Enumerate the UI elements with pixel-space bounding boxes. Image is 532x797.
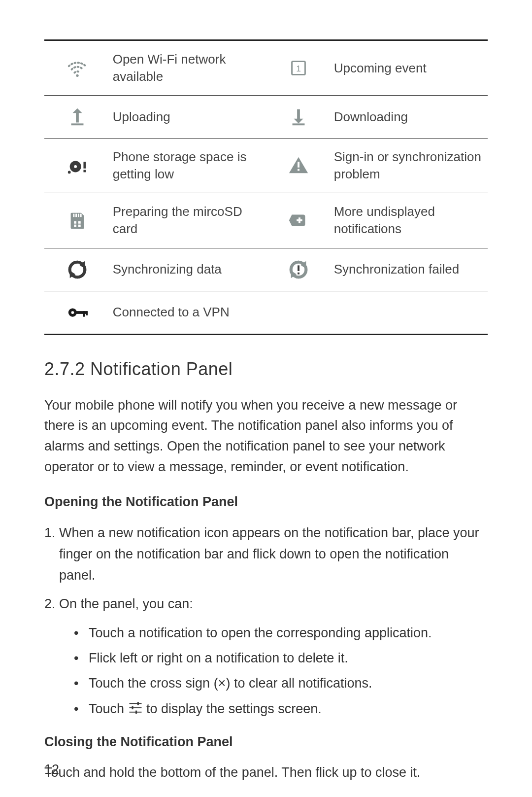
list-item: When a new notification icon appears on … xyxy=(59,522,488,587)
document-page: Open Wi-Fi network available Upcoming ev… xyxy=(0,0,532,797)
list-item-text: Touch xyxy=(89,701,128,716)
icon-label: More undisplayed notifications xyxy=(332,193,488,248)
icon-cell xyxy=(266,40,332,96)
upload-icon xyxy=(66,105,89,128)
icon-label: Connected to a VPN xyxy=(111,291,266,334)
calendar-one-icon xyxy=(287,57,310,79)
list-item: Touch a notification to open the corresp… xyxy=(89,621,488,646)
list-item: Flick left or right on a notification to… xyxy=(89,646,488,671)
table-row: Connected to a VPN xyxy=(44,291,488,334)
icon-label: Open Wi-Fi network available xyxy=(111,40,266,96)
table-row: Synchronizing data Synchronization faile… xyxy=(44,248,488,291)
icon-label: Synchronizing data xyxy=(111,248,266,291)
warning-icon xyxy=(287,154,310,177)
list-item: Touch the cross sign (×) to clear all no… xyxy=(89,671,488,696)
closing-subheading: Closing the Notification Panel xyxy=(44,734,488,750)
icon-label: Downloading xyxy=(332,96,488,139)
icon-label: Sign-in or synchronization problem xyxy=(332,139,488,193)
sync-fail-icon xyxy=(287,258,310,281)
icon-label: Uploading xyxy=(111,96,266,139)
icon-label: Preparing the mircoSD card xyxy=(111,193,266,248)
table-row: Uploading Downloading xyxy=(44,96,488,139)
table-row: Open Wi-Fi network available Upcoming ev… xyxy=(44,40,488,96)
icon-label: Upcoming event xyxy=(332,40,488,96)
icon-legend-table: Open Wi-Fi network available Upcoming ev… xyxy=(44,39,488,335)
disk-low-icon xyxy=(66,154,89,177)
list-item-text: On the panel, you can: xyxy=(59,596,193,611)
steps-list: When a new notification icon appears on … xyxy=(44,522,488,722)
settings-sliders-icon xyxy=(128,700,143,715)
section-heading: 2.7.2 Notification Panel xyxy=(44,359,488,380)
closing-paragraph: Touch and hold the bottom of the panel. … xyxy=(44,762,488,783)
list-item: On the panel, you can: Touch a notificat… xyxy=(59,593,488,722)
wifi-open-icon xyxy=(66,57,89,79)
icon-label: Synchronization failed xyxy=(332,248,488,291)
bullet-list: Touch a notification to open the corresp… xyxy=(59,621,488,722)
more-tag-icon xyxy=(287,209,310,232)
list-item: Touch to display the settings screen. xyxy=(89,696,488,722)
sync-icon xyxy=(66,258,89,281)
page-number: 12 xyxy=(44,762,59,777)
intro-paragraph: Your mobile phone will notify you when y… xyxy=(44,395,488,478)
icon-cell xyxy=(44,40,111,96)
list-item-text: to display the settings screen. xyxy=(146,701,322,716)
download-icon xyxy=(287,105,310,128)
table-row: Phone storage space is getting low Sign-… xyxy=(44,139,488,193)
sdcard-icon xyxy=(66,209,89,232)
vpn-key-icon xyxy=(66,301,89,324)
icon-label: Phone storage space is getting low xyxy=(111,139,266,193)
table-row: Preparing the mircoSD card More undispla… xyxy=(44,193,488,248)
opening-subheading: Opening the Notification Panel xyxy=(44,494,488,510)
